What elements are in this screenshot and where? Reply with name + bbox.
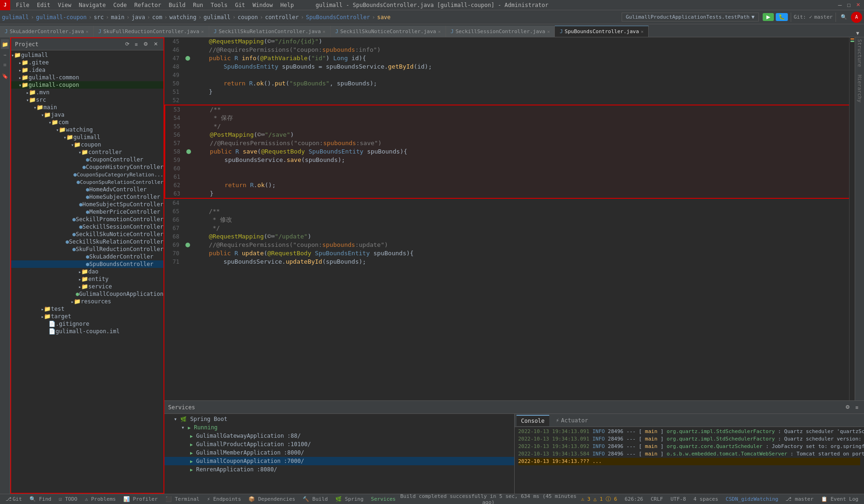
tree-item-gulimall-app[interactable]: ● GulimallCouponApplication	[11, 290, 163, 298]
tree-item-gitee[interactable]: ▸ 📁 .gitee	[11, 59, 163, 66]
tree-item-sku-ladder[interactable]: ● SkuLadderController	[11, 253, 163, 260]
tree-item-sku-full[interactable]: ● SkuFullReductionController	[11, 245, 163, 253]
sidebar-structure-icon[interactable]: ≡	[1, 62, 9, 69]
service-item-product[interactable]: ▶ GulimallProductApplication :10100/	[164, 440, 514, 448]
service-item-springboot[interactable]: ▾ 🌿 Spring Boot	[164, 415, 514, 423]
menu-tools[interactable]: Tools	[207, 1, 231, 9]
tree-item-src[interactable]: ▾ 📁 src	[11, 96, 163, 104]
minimize-btn[interactable]: ─	[836, 1, 844, 9]
menu-run[interactable]: Run	[189, 1, 207, 9]
status-branch[interactable]: ⎇ master	[784, 496, 815, 502]
tree-item-mvn[interactable]: ▸ 📁 .mvn	[11, 89, 163, 96]
status-terminal[interactable]: ⬛ Terminal	[163, 496, 202, 502]
services-options-btn[interactable]: ≡	[854, 403, 860, 411]
tab-seckill-sku-notice[interactable]: J SeckillSkuNoticeController.java ✕	[331, 26, 446, 37]
sidebar-hierarchy-label[interactable]: Hierarchy	[857, 75, 863, 103]
tree-item-memberprice[interactable]: ● MemberPriceController	[11, 208, 163, 216]
close-icon[interactable]: ✕	[323, 29, 326, 34]
service-item-coupon[interactable]: ▶ GulimallCouponApplication :7000/	[164, 457, 514, 465]
project-collapse-btn[interactable]: ≡	[133, 40, 140, 48]
status-problems[interactable]: ⚠ Problems	[83, 496, 118, 502]
close-icon[interactable]: ✕	[641, 29, 644, 34]
tree-item-entity[interactable]: ▸ 📁 entity	[11, 275, 163, 283]
status-csdn[interactable]: CSDN_gidzWatching	[724, 496, 780, 502]
services-settings-btn[interactable]: ⚙	[843, 403, 852, 411]
search-button[interactable]: 🔍	[839, 13, 849, 21]
close-icon[interactable]: ✕	[201, 29, 204, 34]
sidebar-commit-icon[interactable]: ⬆	[1, 52, 9, 59]
tree-item-seckill-sess[interactable]: ● SeckillSessionController	[11, 223, 163, 231]
tab-sku-full[interactable]: J SkuFullReductionController.java ✕	[94, 26, 209, 37]
status-crlf[interactable]: CRLF	[649, 496, 665, 502]
run-config-selector[interactable]: GulimallProductApplicationTests.testPath…	[622, 13, 759, 21]
tree-item-coupon-spu-rel[interactable]: ● CouponSpuRelationController	[11, 178, 163, 186]
tree-item-controller[interactable]: ▾ 📁 controller	[11, 148, 163, 156]
code-container[interactable]: 45 @RequestMapping(©⌨"/info/{id}") 46 //…	[164, 37, 855, 400]
status-git[interactable]: ⎇ Git	[4, 496, 24, 502]
tab-actuator[interactable]: ⚡ Actuator	[551, 415, 593, 426]
tree-item-coupon-ctrl[interactable]: ● CouponController	[11, 156, 163, 163]
menu-edit[interactable]: Edit	[33, 1, 54, 9]
tree-item-service[interactable]: ▸ 📁 service	[11, 283, 163, 290]
tab-seckill-session[interactable]: J SeckillSessionController.java ✕	[446, 26, 555, 37]
status-services[interactable]: Services	[369, 496, 397, 502]
tree-item-seckill-prom[interactable]: ● SeckillPromotionController	[11, 216, 163, 223]
project-settings-btn[interactable]: ⚙	[142, 40, 150, 48]
sidebar-project-icon[interactable]: 📁	[1, 39, 9, 49]
project-close-btn[interactable]: ✕	[152, 40, 160, 48]
tree-item-seckill-notice[interactable]: ● SeckillSkuNoticeController	[11, 231, 163, 238]
status-build[interactable]: 🔨 Build	[301, 496, 330, 502]
status-profiler[interactable]: 📊 Profiler	[121, 496, 160, 502]
tree-item-com[interactable]: ▾ 📁 com	[11, 119, 163, 126]
tree-item-gulimall2[interactable]: ▾ 📁 gulimall	[11, 133, 163, 141]
tree-item-gulimall[interactable]: ▾ 📁 gulimall	[11, 51, 163, 59]
tree-item-java[interactable]: ▾ 📁 java	[11, 111, 163, 119]
status-endpoints[interactable]: ⚡ Endpoints	[205, 496, 243, 502]
tree-item-homeadv[interactable]: ● HomeAdvController	[11, 186, 163, 193]
status-event-log[interactable]: 📋 Event Log	[819, 496, 860, 502]
status-line-col[interactable]: 626:26	[623, 496, 645, 502]
project-sync-btn[interactable]: ⟳	[123, 40, 131, 48]
tab-console[interactable]: Console	[517, 415, 550, 426]
tree-item-target[interactable]: ▸ 📁 target	[11, 313, 163, 320]
menu-file[interactable]: File	[12, 1, 33, 9]
tree-item-common[interactable]: ▸ 📁 gulimall-common	[11, 74, 163, 81]
tree-item-test[interactable]: ▸ 📁 test	[11, 305, 163, 313]
status-warnings[interactable]: ⚠ 3 △ 1 ⓘ 6	[579, 496, 619, 503]
tab-seckill-sku-rel[interactable]: J SeckillSkuRelationController.java ✕	[209, 26, 331, 37]
tree-item-homesubj[interactable]: ● HomeSubjectController	[11, 193, 163, 201]
tab-spubounds[interactable]: J SpuBoundsController.java ✕	[555, 26, 649, 37]
maximize-btn[interactable]: □	[845, 1, 852, 9]
menu-refactor[interactable]: Refactor	[130, 1, 165, 9]
tree-item-seckill-skurel[interactable]: ● SeckillSkuRelationController	[11, 238, 163, 245]
tree-item-coupon[interactable]: ▾ 📁 gulimall-coupon	[11, 81, 163, 89]
service-item-renren[interactable]: ▶ RenrenApplication :8080/	[164, 465, 514, 474]
console-content[interactable]: 2022-10-13 19:34:13.091 INFO 28496 --- […	[515, 427, 864, 494]
menu-code[interactable]: Code	[110, 1, 131, 9]
tab-more-btn[interactable]: ▼	[853, 29, 862, 37]
close-icon[interactable]: ✕	[547, 29, 550, 34]
tree-item-gitignore[interactable]: 📄 .gitignore	[11, 320, 163, 328]
tree-item-coupon-spu-cat[interactable]: ● CouponSpuCategoryRelation...	[11, 171, 163, 178]
sidebar-bookmark-icon[interactable]: 🔖	[1, 71, 9, 81]
menu-view[interactable]: View	[54, 1, 75, 9]
close-icon[interactable]: ✕	[438, 29, 441, 34]
close-icon[interactable]: ✕	[86, 29, 89, 34]
service-item-member[interactable]: ▶ GulimallMemberApplication :8000/	[164, 448, 514, 457]
tree-item-dao[interactable]: ▸ 📁 dao	[11, 268, 163, 275]
tree-item-homesubjspu[interactable]: ● HomeSubjectSpuController	[11, 201, 163, 208]
status-todo[interactable]: ☑ TODO	[57, 496, 79, 502]
close-btn[interactable]: ✕	[854, 1, 862, 9]
status-dependencies[interactable]: 📦 Dependencies	[247, 496, 297, 502]
tree-item-coupon-hist[interactable]: ● CouponHistoryController	[11, 163, 163, 171]
menu-window[interactable]: Window	[249, 1, 276, 9]
editor-area[interactable]: 45 @RequestMapping(©⌨"/info/{id}") 46 //…	[164, 37, 855, 400]
tree-item-watching[interactable]: ▾ 📁 watching	[11, 126, 163, 133]
tree-item-main[interactable]: ▾ 📁 main	[11, 104, 163, 111]
tree-item-spubounds[interactable]: ● SpuBoundsController	[11, 260, 163, 268]
tree-item-coupon2[interactable]: ▾ 📁 coupon	[11, 141, 163, 148]
user-avatar[interactable]: A	[851, 12, 862, 23]
tree-item-idea[interactable]: ▸ 📁 .idea	[11, 66, 163, 74]
menu-build[interactable]: Build	[165, 1, 189, 9]
service-item-running[interactable]: ▾ ▶ Running	[164, 423, 514, 432]
